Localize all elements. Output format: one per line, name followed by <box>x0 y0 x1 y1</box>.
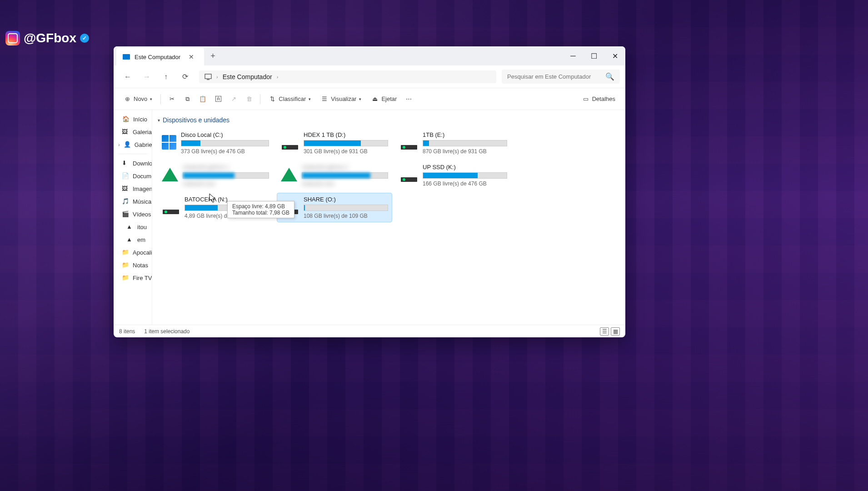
view-button[interactable]: ☰ Visualizar ▾ <box>316 93 366 105</box>
sidebar-item-label: Documentos <box>133 173 152 180</box>
search-input[interactable] <box>507 73 602 80</box>
hdd-drive-icon <box>162 199 180 217</box>
drive-name: redacted-gdrive-2 <box>302 164 388 170</box>
content-area[interactable]: ▾ Dispositivos e unidades Disco Local (C… <box>152 110 625 325</box>
drive-name: redacted-gdrive-1 <box>183 164 269 170</box>
drive-redacted-gdrive-2[interactable]: redacted-gdrive-2redacted size <box>277 160 392 190</box>
chevron-right-icon: › <box>277 74 279 80</box>
drive-up-ssd--k--[interactable]: UP SSD (K:)166 GB livre(s) de 476 GB <box>396 160 511 190</box>
sidebar-item-documentos[interactable]: 📄Documentos <box>114 170 152 182</box>
maximize-button[interactable]: ☐ <box>584 46 604 65</box>
monitor-icon <box>205 74 212 80</box>
drive-redacted-gdrive-1[interactable]: redacted-gdrive-1redacted size <box>158 160 273 190</box>
section-header-devices[interactable]: ▾ Dispositivos e unidades <box>158 115 620 128</box>
up-button[interactable]: ↑ <box>157 68 175 85</box>
new-label: Novo <box>134 95 147 102</box>
forward-button: → <box>138 68 155 85</box>
sidebar-item-label: Apocalipse <box>133 249 152 256</box>
drive-free-text: 301 GB livre(s) de 931 GB <box>304 148 388 155</box>
sort-label: Classificar <box>279 95 306 102</box>
details-icon: ▭ <box>582 95 589 103</box>
drive-hdex-1-tb--d--[interactable]: HDEX 1 TB (D:)301 GB livre(s) de 931 GB <box>277 128 392 158</box>
image-icon: 🖼 <box>122 185 129 192</box>
eject-button[interactable]: ⏏ Ejetar <box>367 93 401 105</box>
breadcrumb[interactable]: › Este Computador › <box>199 70 496 83</box>
video-watermark: @GFbox ✓ <box>0 28 95 48</box>
watermark-handle: @GFbox <box>24 31 76 45</box>
chevron-right-icon: › <box>216 74 218 80</box>
back-button[interactable]: ← <box>119 68 136 85</box>
gdrive-drive-icon <box>162 166 178 183</box>
close-button[interactable]: ✕ <box>604 46 625 65</box>
tiles-view-button[interactable]: ▦ <box>611 327 620 336</box>
paste-icon: 📋 <box>199 95 206 103</box>
drive-free-text: 373 GB livre(s) de 476 GB <box>181 148 269 155</box>
navigation-pane[interactable]: 🏠Início🖼Galeria👤Gabriel ⬇Downloads📄Docum… <box>114 110 152 325</box>
new-button[interactable]: ⊕ Novo ▾ <box>119 93 157 105</box>
home-icon: 🏠 <box>122 115 130 123</box>
more-icon: ⋯ <box>406 95 412 102</box>
sidebar-item-notas[interactable]: 📁Notas <box>114 259 152 271</box>
drive-name: HDEX 1 TB (D:) <box>304 131 388 138</box>
drive-name: UP SSD (K:) <box>423 164 507 170</box>
sidebar-item-apocalipse[interactable]: 📁Apocalipse <box>114 246 152 259</box>
status-bar: 8 itens 1 item selecionado ☰ ▦ <box>114 325 625 337</box>
new-tab-button[interactable]: + <box>204 51 222 61</box>
sidebar-item-fire tv[interactable]: 📁Fire TV <box>114 271 152 284</box>
sidebar-item-gabriel[interactable]: 👤Gabriel <box>114 138 152 151</box>
drive-1tb--e--[interactable]: 1TB (E:)870 GB livre(s) de 931 GB <box>396 128 511 158</box>
sidebar-item-itou[interactable]: ▲itou <box>114 220 152 233</box>
sidebar-item-galeria[interactable]: 🖼Galeria <box>114 125 152 138</box>
copy-button[interactable]: ⧉ <box>180 93 195 105</box>
chevron-down-icon: ▾ <box>150 97 152 101</box>
drive-free-text: redacted size <box>302 180 388 187</box>
cut-button[interactable]: ✂ <box>165 93 179 105</box>
refresh-button[interactable]: ⟳ <box>176 68 194 85</box>
drive-usage-fill <box>181 140 200 146</box>
sidebar-item-imagens[interactable]: 🖼Imagens <box>114 182 152 195</box>
eject-label: Ejetar <box>381 95 397 102</box>
drive-usage-fill <box>423 140 429 146</box>
drive-name: Disco Local (C:) <box>181 131 269 138</box>
item-count: 8 itens <box>119 328 135 335</box>
minimize-button[interactable]: ─ <box>563 46 584 65</box>
sidebar-item-músicas[interactable]: 🎵Músicas <box>114 195 152 208</box>
search-box[interactable]: 🔍 <box>502 70 620 84</box>
sidebar-item-em[interactable]: ▲em <box>114 233 152 246</box>
tab-title: Este Computador <box>135 54 180 60</box>
details-pane-button[interactable]: ▭ Detalhes <box>578 93 620 105</box>
share-button: ↗ <box>226 93 241 105</box>
tab-este-computador[interactable]: Este Computador ✕ <box>116 47 204 66</box>
doc-icon: 📄 <box>122 172 129 180</box>
tooltip-free: Espaço livre: 4,89 GB <box>232 203 289 210</box>
sort-icon: ⇅ <box>269 95 276 103</box>
eject-icon: ⏏ <box>371 95 379 103</box>
close-tab-icon[interactable]: ✕ <box>185 51 198 62</box>
rename-button[interactable]: 🄰 <box>211 93 225 105</box>
paste-button: 📋 <box>195 93 210 105</box>
drive-usage-bar <box>304 140 388 146</box>
delete-button: 🗑 <box>242 93 256 105</box>
sort-button[interactable]: ⇅ Classificar ▾ <box>264 93 315 105</box>
sidebar-item-downloads[interactable]: ⬇Downloads <box>114 157 152 170</box>
sidebar-item-início[interactable]: 🏠Início <box>114 113 152 125</box>
drive-free-text: 166 GB livre(s) de 476 GB <box>423 180 507 187</box>
view-toggles: ☰ ▦ <box>600 327 620 336</box>
breadcrumb-segment[interactable]: Este Computador <box>223 73 272 80</box>
sidebar-item-label: Galeria <box>133 129 152 135</box>
sidebar-item-vídeos[interactable]: 🎬Vídeos <box>114 208 152 220</box>
details-view-button[interactable]: ☰ <box>600 327 609 336</box>
drive-free-text: 870 GB livre(s) de 931 GB <box>423 148 507 155</box>
drive-tooltip: Espaço livre: 4,89 GB Tamanho total: 7,9… <box>227 201 294 218</box>
svg-rect-0 <box>205 74 211 79</box>
drive-usage-fill <box>185 205 218 210</box>
drive-usage-bar <box>183 172 269 179</box>
rename-icon: 🄰 <box>215 95 222 103</box>
drive-disco-local--c--[interactable]: Disco Local (C:)373 GB livre(s) de 476 G… <box>158 128 273 158</box>
hdd-drive-icon <box>400 166 418 185</box>
cut-icon: ✂ <box>168 95 175 103</box>
plus-circle-icon: ⊕ <box>124 95 131 103</box>
drive-usage-fill <box>304 140 361 146</box>
more-button[interactable]: ⋯ <box>402 93 415 105</box>
verified-badge-icon: ✓ <box>80 34 89 43</box>
